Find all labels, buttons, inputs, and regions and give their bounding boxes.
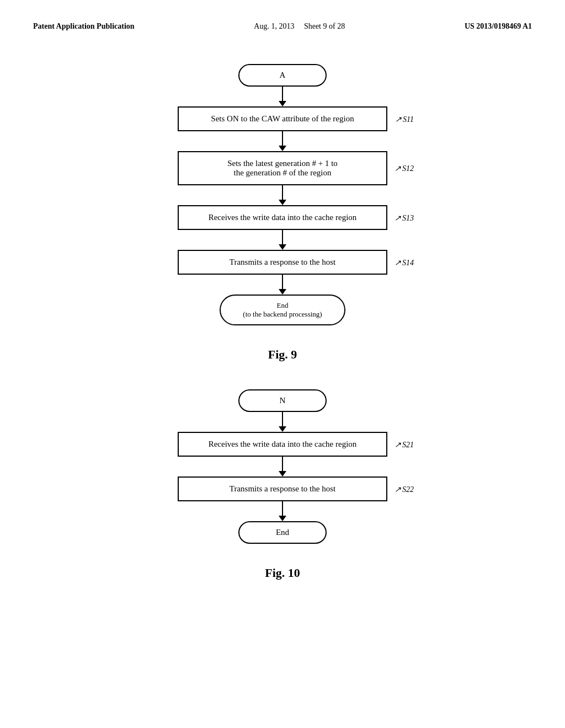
arrow-7 bbox=[279, 457, 286, 477]
arrow-4 bbox=[279, 230, 286, 250]
fig10-s22-label: S22 bbox=[395, 484, 414, 494]
fig10-s21-text: Receives the write data into the cache r… bbox=[209, 440, 357, 448]
fig9-end-label: End (to the backend processing) bbox=[243, 301, 322, 319]
header-left: Patent Application Publication bbox=[33, 22, 135, 31]
fig9-flowchart: A Sets ON to the CAW attribute of the re… bbox=[33, 64, 532, 325]
fig10-end-label: End bbox=[276, 528, 289, 537]
arrow-8 bbox=[279, 501, 286, 521]
fig9-s14-label: S14 bbox=[395, 258, 414, 267]
fig10-s22-text: Transmits a response to the host bbox=[230, 484, 335, 493]
fig9-s11-label: S11 bbox=[395, 114, 414, 124]
fig9-s12-label: S12 bbox=[395, 164, 414, 173]
fig10-step-s22: Transmits a response to the host S22 bbox=[178, 477, 387, 501]
fig9-start-label: A bbox=[280, 71, 286, 79]
arrow-3 bbox=[279, 185, 286, 205]
fig9-s12-text: Sets the latest generation # + 1 tothe g… bbox=[227, 159, 338, 177]
fig10-caption: Fig. 10 bbox=[33, 566, 532, 580]
arrow-5 bbox=[279, 275, 286, 295]
sheet-info: Sheet 9 of 28 bbox=[304, 22, 345, 30]
publication-date: Aug. 1, 2013 bbox=[254, 22, 294, 30]
arrow-6 bbox=[279, 412, 286, 432]
fig10-start-label: N bbox=[280, 396, 286, 405]
arrow-2 bbox=[279, 131, 286, 151]
patent-number: US 2013/0198469 A1 bbox=[465, 22, 532, 30]
fig9-s11-text: Sets ON to the CAW attribute of the regi… bbox=[211, 114, 354, 123]
fig10-end-oval: End bbox=[238, 521, 327, 544]
header-center: Aug. 1, 2013 Sheet 9 of 28 bbox=[254, 22, 345, 31]
fig9-end-oval: End (to the backend processing) bbox=[220, 295, 345, 325]
fig9-step-s11: Sets ON to the CAW attribute of the regi… bbox=[178, 106, 387, 131]
fig9-caption: Fig. 9 bbox=[33, 347, 532, 362]
page: Patent Application Publication Aug. 1, 2… bbox=[0, 0, 565, 728]
fig9-end-note: (to the backend processing) bbox=[243, 310, 322, 319]
header-right: US 2013/0198469 A1 bbox=[465, 22, 532, 31]
fig9-step-s12: Sets the latest generation # + 1 tothe g… bbox=[178, 151, 387, 185]
fig10-s21-label: S21 bbox=[395, 440, 414, 449]
fig9-s13-label: S13 bbox=[395, 213, 414, 222]
page-header: Patent Application Publication Aug. 1, 2… bbox=[33, 22, 532, 31]
fig10-flowchart: N Receives the write data into the cache… bbox=[33, 389, 532, 544]
fig9-step-s14: Transmits a response to the host S14 bbox=[178, 250, 387, 275]
fig9-s13-text: Receives the write data into the cache r… bbox=[209, 213, 357, 222]
fig10-start-oval: N bbox=[238, 389, 327, 412]
arrow-1 bbox=[279, 87, 286, 106]
fig9-step-s13: Receives the write data into the cache r… bbox=[178, 205, 387, 230]
fig9-s14-text: Transmits a response to the host bbox=[230, 258, 335, 266]
fig9-start-oval: A bbox=[238, 64, 327, 87]
publication-label: Patent Application Publication bbox=[33, 22, 135, 30]
fig10-step-s21: Receives the write data into the cache r… bbox=[178, 432, 387, 457]
